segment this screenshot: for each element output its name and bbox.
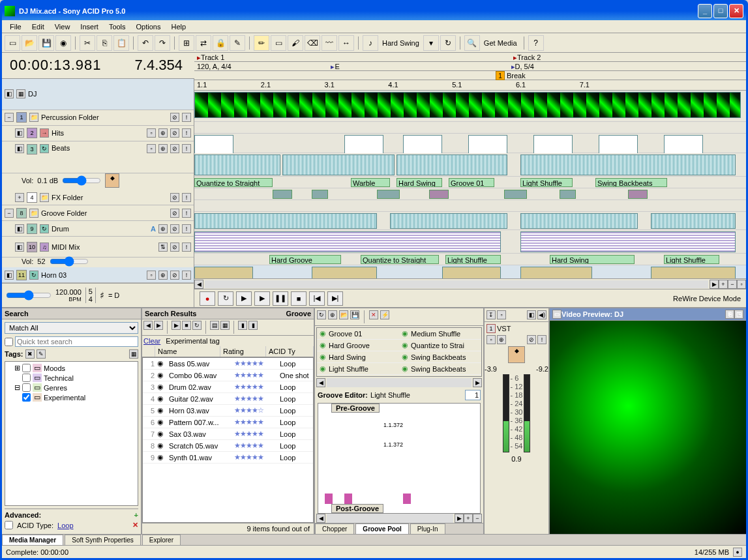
help-icon[interactable]: ? bbox=[528, 35, 544, 51]
dim-icon[interactable]: ◧ bbox=[527, 310, 536, 319]
clip[interactable] bbox=[312, 267, 377, 278]
col-type[interactable]: ACID Ty bbox=[266, 346, 314, 357]
tag-check[interactable] bbox=[22, 364, 31, 372]
clip[interactable] bbox=[312, 190, 328, 199]
clip[interactable] bbox=[442, 267, 501, 278]
loop-icon[interactable]: ↻ bbox=[29, 271, 38, 280]
getmedia-icon[interactable]: 🔍 bbox=[464, 35, 480, 51]
result-row[interactable]: 9◉Synth 01.wav★★★★★Loop bbox=[143, 452, 313, 464]
track-dj[interactable]: ◧ ▦ DJ bbox=[2, 79, 194, 110]
scroll-left-icon[interactable]: ◀ bbox=[194, 280, 203, 289]
mute-icon[interactable]: ⊘ bbox=[170, 224, 179, 233]
menu-options[interactable]: Options bbox=[131, 22, 166, 32]
tag-experimental[interactable]: Experimental bbox=[44, 394, 85, 402]
mute-icon[interactable]: ⊘ bbox=[170, 144, 179, 153]
pause-button[interactable]: ❚❚ bbox=[273, 291, 288, 306]
tab-groove-pool[interactable]: Groove Pool bbox=[355, 523, 408, 534]
bus-icon[interactable]: ◧ bbox=[5, 271, 14, 280]
marker-d[interactable]: D, 5/4 bbox=[515, 63, 534, 70]
tag-edit-icon[interactable]: ✎ bbox=[37, 349, 46, 359]
match-select[interactable]: Match All bbox=[5, 322, 138, 334]
select-tool-icon[interactable]: ▭ bbox=[271, 35, 286, 51]
groove-clip[interactable]: Quantize to Straight bbox=[361, 255, 439, 264]
region-ruler[interactable]: 1 Break bbox=[194, 71, 746, 80]
auto-icon[interactable]: ⊕ bbox=[158, 128, 168, 138]
draw-tool-icon[interactable]: ✏ bbox=[254, 35, 269, 51]
timeline-scrollbar[interactable]: ◀ ▶ + − ▫ bbox=[194, 278, 746, 289]
track-percussion-folder[interactable]: − 1 📁 Percussion Folder ⊘ ! bbox=[2, 110, 194, 126]
result-row[interactable]: 2◉Combo 06.wav★★★★★One shot bbox=[143, 370, 313, 381]
view-list-icon[interactable]: ▤ bbox=[210, 321, 219, 330]
clip[interactable] bbox=[651, 267, 736, 278]
lane-beats[interactable] bbox=[194, 153, 746, 177]
groove-list-right[interactable]: ◉Medium Shuffle◉Quantize to Strai◉Swing … bbox=[399, 328, 481, 376]
tag-tree[interactable]: ⊞▭Moods ▭Technical ⊟▭Genres ▭Experimenta… bbox=[5, 361, 138, 506]
auto-icon[interactable]: ⊕ bbox=[158, 144, 168, 153]
lane-midi-groove[interactable]: Hard Groove Quantize to Straight Light S… bbox=[194, 254, 746, 265]
menu-tools[interactable]: Tools bbox=[104, 22, 131, 32]
menu-view[interactable]: View bbox=[50, 22, 76, 32]
mute-icon[interactable]: ⊘ bbox=[170, 243, 179, 252]
groove-item[interactable]: ◉Swing Backbeats bbox=[399, 363, 481, 375]
fx-icon[interactable]: ▫ bbox=[147, 144, 156, 153]
clip[interactable] bbox=[282, 155, 395, 175]
fx-icon[interactable]: ▫ bbox=[147, 128, 156, 138]
marker-ruler[interactable]: ▸Track 1 ▸Track 2 bbox=[194, 53, 746, 62]
tab-plugin[interactable]: Plug-In bbox=[410, 523, 445, 534]
solo-icon[interactable]: ! bbox=[182, 224, 191, 233]
mute-icon[interactable]: ⊘ bbox=[170, 128, 179, 138]
bus-icon[interactable]: ◧ bbox=[15, 144, 24, 153]
groove-dropdown-icon[interactable]: ▾ bbox=[423, 35, 439, 51]
track-midimix[interactable]: ◧ 10 ♫ MIDI Mix ⇅ ⊘ ! bbox=[2, 237, 194, 258]
folder-icon[interactable]: 📁 bbox=[29, 113, 38, 122]
mute-icon[interactable]: ⊘ bbox=[170, 193, 179, 202]
track-icon[interactable]: ▦ bbox=[16, 89, 25, 98]
go-end-button[interactable]: ▶| bbox=[327, 291, 343, 306]
col-name[interactable]: Name bbox=[155, 346, 220, 357]
groove-item[interactable]: ◉Swing Backbeats bbox=[399, 351, 481, 363]
clip[interactable] bbox=[520, 155, 736, 175]
zoom-out-icon[interactable]: − bbox=[728, 280, 737, 289]
result-row[interactable]: 8◉Scratch 05.wav★★★★★Loop bbox=[143, 440, 313, 452]
collapse-icon[interactable]: − bbox=[5, 209, 14, 218]
tab-soft-synth[interactable]: Soft Synth Properties bbox=[65, 535, 141, 545]
bar-ruler[interactable]: 1.1 2.1 3.1 4.1 5.1 6.1 7.1 bbox=[194, 80, 746, 91]
paint-tool-icon[interactable]: 🖌 bbox=[288, 35, 303, 51]
tab-chopper[interactable]: Chopper bbox=[315, 523, 354, 534]
ripple-icon[interactable]: ⇄ bbox=[196, 35, 211, 51]
bus-icon[interactable]: ◧ bbox=[5, 89, 14, 98]
results-list[interactable]: 1◉Bass 05.wav★★★★★Loop2◉Combo 06.wav★★★★… bbox=[142, 357, 314, 523]
menu-help[interactable]: Help bbox=[166, 22, 191, 32]
chart-icon[interactable]: ▮ bbox=[238, 321, 247, 330]
groove-item[interactable]: ◉Hard Groove bbox=[317, 340, 399, 351]
clip[interactable] bbox=[194, 213, 377, 229]
erase-tool-icon[interactable]: ⌫ bbox=[305, 35, 320, 51]
marker-a[interactable]: 120, A, 4/4 bbox=[197, 63, 232, 70]
auto-icon[interactable]: ⊕ bbox=[158, 271, 168, 280]
scroll-right-icon[interactable]: ▶ bbox=[455, 514, 464, 523]
folder-icon[interactable]: 📁 bbox=[29, 209, 38, 218]
solo-icon[interactable]: ! bbox=[182, 144, 191, 153]
vol-slider[interactable] bbox=[62, 177, 101, 184]
stop-button[interactable]: ■ bbox=[291, 291, 307, 306]
lock-icon[interactable]: 🔒 bbox=[213, 35, 228, 51]
groove-clip[interactable]: Swing Backbeats Late bbox=[595, 178, 667, 187]
tempo-ruler[interactable]: 120, A, 4/4 ▸E ▸D, 5/4 bbox=[194, 62, 746, 71]
clip[interactable] bbox=[273, 190, 292, 199]
groove-clip[interactable]: Light Shuffle bbox=[664, 255, 719, 264]
surround-panner-icon[interactable]: ◆ bbox=[508, 346, 525, 363]
scrollbar-track[interactable] bbox=[205, 280, 708, 288]
scroll-left-icon[interactable]: ◀ bbox=[316, 378, 325, 387]
track-drum[interactable]: ◧ 9 ↻ Drum A ⊕ ⊘ ! bbox=[2, 221, 194, 237]
result-row[interactable]: 6◉Pattern 007.w...★★★★★Loop bbox=[143, 417, 313, 428]
clip[interactable] bbox=[520, 213, 638, 229]
lane-drum[interactable] bbox=[194, 212, 746, 230]
mute-icon[interactable]: ⊘ bbox=[170, 113, 179, 122]
lane-beats-groove[interactable]: Quantize to Straight Warble Hard Swing G… bbox=[194, 177, 746, 188]
editor-scroll[interactable] bbox=[327, 514, 453, 523]
bus-icon[interactable]: ◧ bbox=[15, 224, 24, 233]
track-fx-folder[interactable]: + 4 📁 FX Folder ⊘ ! bbox=[2, 190, 194, 205]
quick-check[interactable] bbox=[5, 338, 13, 346]
menu-file[interactable]: File bbox=[5, 22, 27, 32]
view-detail-icon[interactable]: ▦ bbox=[220, 321, 230, 330]
